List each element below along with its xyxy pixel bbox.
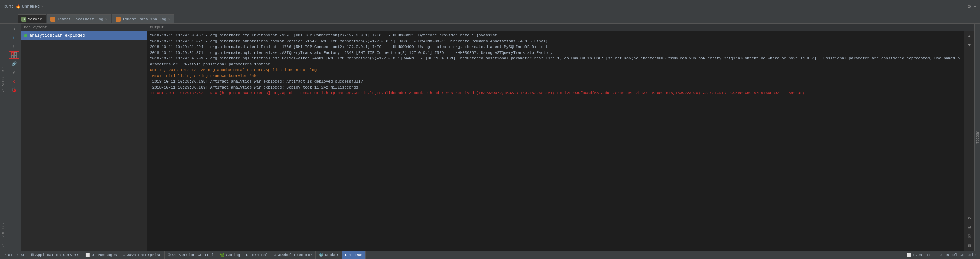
- version-control-label: 9: Version Control: [172, 253, 214, 257]
- jrebel-executor-label: JRebel Executor: [278, 253, 313, 257]
- spring-label: Spring: [226, 253, 240, 257]
- output-copy-btn[interactable]: ⎘: [966, 232, 973, 240]
- status-run[interactable]: ▶ 4: Run: [342, 251, 366, 259]
- link-btn[interactable]: 🔗: [8, 60, 20, 68]
- stop-btn[interactable]: ✕: [8, 78, 20, 85]
- reload-btn[interactable]: ↺: [8, 25, 20, 33]
- log-line: 2018-10-11 10:29:30,467 - org.hibernate.…: [150, 33, 961, 38]
- status-version-control[interactable]: ⑨ 9: Version Control: [165, 251, 217, 259]
- event-log-label: Event Log: [913, 253, 934, 257]
- tabs-row: S Server T Tomcat Localhost Log × T Tomc…: [0, 13, 980, 24]
- jrebel-console-icon: J: [940, 253, 942, 257]
- messages-icon: ⬜: [85, 253, 90, 257]
- status-spring[interactable]: 🌿 Spring: [217, 251, 243, 259]
- jrebel-executor-icon: J: [274, 253, 277, 257]
- status-bar: ✓ 6: TODO 🖥 Application Servers ⬜ 0: Mes…: [0, 251, 980, 259]
- log-line-deploy-2: [2018-10-11 10:29:36,189] Artifact analy…: [150, 85, 961, 91]
- messages-label: 0: Messages: [91, 253, 117, 257]
- status-event-log[interactable]: ⬜ Event Log: [904, 251, 937, 259]
- app-servers-icon: 🖥: [30, 253, 34, 257]
- project-close[interactable]: ×: [41, 5, 43, 9]
- log-line: 2018-10-11 10:29:31,294 - org.hibernate.…: [150, 44, 961, 50]
- scroll-down-btn[interactable]: ▼: [966, 42, 973, 49]
- status-jrebel-executor[interactable]: J JRebel Executor: [271, 251, 316, 259]
- terminal-label: Terminal: [250, 253, 269, 257]
- deploy-status-dot: [24, 34, 27, 38]
- left-strip: 2: Structure 2: Favorites: [0, 24, 7, 251]
- jrebel-sidebar: JRebel: [974, 24, 980, 251]
- debug-btn[interactable]: 🐞: [8, 87, 20, 94]
- svg-rect-0: [11, 52, 14, 55]
- down-btn[interactable]: ⬇: [8, 43, 20, 51]
- svg-rect-1: [14, 52, 17, 55]
- tab-catalina-label: Tomcat Catalina Log: [123, 17, 166, 21]
- status-terminal[interactable]: ▶ Terminal: [243, 251, 271, 259]
- top-bar: Run: 🔥 Unnamed × ⚙ ⊣: [0, 0, 980, 13]
- status-docker[interactable]: 🐳 Docker: [316, 251, 342, 259]
- output-clear-btn[interactable]: 🗑: [966, 242, 973, 249]
- log-line-orange-2: INFO: Initializing Spring FrameworkServl…: [150, 73, 961, 79]
- output-settings-btn[interactable]: ⚙: [966, 214, 973, 222]
- status-app-servers[interactable]: 🖥 Application Servers: [27, 251, 83, 259]
- deployment-panel: Deployment analytics:war exploded: [21, 24, 147, 251]
- up-btn[interactable]: ⬆: [8, 34, 20, 42]
- output-panel: Output 2018-10-11 10:29:30,467 - org.hib…: [147, 24, 974, 251]
- todo-label: 6: TODO: [8, 253, 24, 257]
- run-fire-icon: 🔥: [16, 4, 21, 9]
- tab-server[interactable]: S Server: [18, 14, 46, 24]
- output-content[interactable]: 2018-10-11 10:29:30,467 - org.hibernate.…: [147, 31, 964, 251]
- status-jrebel-console[interactable]: J JRebel Console: [937, 251, 978, 259]
- tab-localhost-label: Tomcat Localhost Log: [57, 17, 103, 21]
- log-line: 2018-10-11 10:29:31,075 - org.hibernate.…: [150, 38, 961, 44]
- output-with-scroll: 2018-10-11 10:29:30,467 - org.hibernate.…: [147, 31, 974, 251]
- settings-icon[interactable]: ⚙: [968, 3, 970, 9]
- jrebel-sidebar-label[interactable]: JRebel: [975, 131, 979, 144]
- scroll-up-btn[interactable]: ▲: [966, 33, 973, 40]
- status-todo[interactable]: ✓ 6: TODO: [2, 251, 27, 259]
- java-enterprise-icon: ☕: [123, 253, 126, 257]
- side-action-panel: ↺ ⬆ ⬇ 🔗 ⚡ ✕ 🐞: [7, 24, 21, 251]
- main-content: 2: Structure 2: Favorites ↺ ⬆ ⬇ 🔗 ⚡ ✕ 🐞 …: [0, 24, 980, 251]
- favorites-label-area: 2: Favorites: [0, 136, 7, 251]
- catalina-tab-close[interactable]: ×: [168, 17, 171, 21]
- localhost-tab-close[interactable]: ×: [105, 17, 108, 21]
- svg-rect-3: [14, 56, 17, 58]
- server-tab-icon: S: [21, 17, 26, 22]
- todo-icon: ✓: [4, 253, 7, 257]
- grid-btn[interactable]: [9, 51, 19, 59]
- catalina-tab-icon: T: [116, 17, 121, 22]
- status-messages[interactable]: ⬜ 0: Messages: [83, 251, 120, 259]
- log-line: 2018-10-11 10:29:31,871 - org.hibernate.…: [150, 50, 961, 56]
- spring-icon: 🌿: [220, 253, 225, 257]
- tab-catalina-log[interactable]: T Tomcat Catalina Log ×: [112, 14, 174, 24]
- svg-rect-2: [11, 56, 14, 58]
- docker-label: Docker: [325, 253, 339, 257]
- structure-label-area: 2: Structure: [0, 24, 7, 136]
- jrebel-console-label: JRebel Console: [943, 253, 976, 257]
- output-header: Output: [147, 24, 974, 31]
- favorites-label[interactable]: 2: Favorites: [2, 223, 5, 248]
- status-java-enterprise[interactable]: ☕ Java Enterprise: [120, 251, 165, 259]
- log-line: 2018-10-11 10:29:34,209 - org.hibernate.…: [150, 56, 961, 67]
- docker-icon: 🐳: [318, 253, 323, 257]
- deployment-item[interactable]: analytics:war exploded: [21, 31, 147, 40]
- project-name: Unnamed: [22, 4, 40, 9]
- run-icon: ▶: [345, 253, 347, 257]
- run-label: 4: Run: [348, 253, 363, 257]
- top-bar-right: ⚙ ⊣: [968, 3, 977, 9]
- log-line-deploy-1: [2018-10-11 10:29:36,189] Artifact analy…: [150, 79, 961, 85]
- output-filter-btn[interactable]: ⊞: [966, 223, 973, 231]
- structure-label[interactable]: 2: Structure: [2, 67, 5, 92]
- pin-icon[interactable]: ⊣: [974, 3, 977, 9]
- scroll-buttons: ▲ ▼ ⚙ ⊞ ⎘ 🗑: [964, 31, 974, 251]
- tab-localhost-log[interactable]: T Tomcat Localhost Log ×: [47, 14, 111, 24]
- deployment-item-label: analytics:war exploded: [29, 33, 85, 38]
- deployment-header: Deployment: [21, 24, 147, 31]
- app-servers-label: Application Servers: [35, 253, 79, 257]
- output-label: Output: [150, 25, 164, 29]
- deploy-btn[interactable]: ⚡: [8, 69, 20, 77]
- run-label: Run:: [3, 4, 14, 9]
- tab-server-label: Server: [28, 17, 42, 21]
- version-control-icon: ⑨: [167, 253, 171, 257]
- terminal-icon: ▶: [246, 253, 248, 257]
